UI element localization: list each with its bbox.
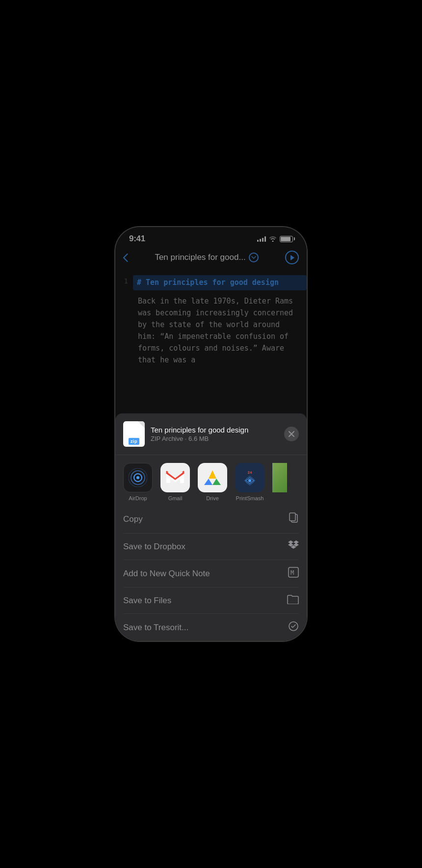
- file-preview-row: zip Ten principles for good design ZIP A…: [115, 413, 307, 455]
- svg-marker-8: [212, 479, 221, 485]
- partial-app-icon: [272, 463, 287, 492]
- svg-marker-9: [204, 479, 212, 485]
- action-add-quicknote[interactable]: Add to New Quick Note M: [123, 560, 299, 587]
- folder-icon: [287, 594, 299, 607]
- action-copy[interactable]: Copy: [123, 505, 299, 534]
- share-sheet: zip Ten principles for good design ZIP A…: [115, 413, 307, 641]
- gmail-label: Gmail: [168, 495, 183, 501]
- phone-frame: 9:41 Ten principles fo: [115, 227, 307, 641]
- app-item-printsmash[interactable]: 24 PrintSmash: [235, 463, 264, 501]
- app-item-gmail[interactable]: Gmail: [160, 463, 190, 501]
- gmail-icon: [160, 463, 190, 492]
- printsmash-label: PrintSmash: [236, 495, 264, 501]
- file-meta: ZIP Archive · 6.6 MB: [151, 435, 248, 442]
- app-item-partial: [272, 463, 287, 501]
- drive-label: Drive: [206, 495, 219, 501]
- svg-text:M: M: [290, 569, 294, 576]
- action-list: Copy Save to Dropbox: [115, 505, 307, 641]
- file-name: Ten principles for good design: [151, 426, 248, 434]
- airdrop-label: AirDrop: [129, 495, 147, 501]
- svg-point-3: [136, 476, 139, 479]
- airdrop-icon: [123, 463, 153, 492]
- action-save-tresorit-label: Save to Tresorit...: [123, 623, 188, 633]
- tresorit-icon: [288, 621, 299, 634]
- apps-row: AirDrop: [115, 455, 307, 505]
- svg-marker-10: [209, 470, 216, 479]
- action-save-dropbox-label: Save to Dropbox: [123, 542, 185, 552]
- svg-point-11: [248, 479, 251, 482]
- action-add-quicknote-label: Add to New Quick Note: [123, 569, 210, 579]
- file-text-info: Ten principles for good design ZIP Archi…: [151, 426, 248, 442]
- file-info: zip Ten principles for good design ZIP A…: [123, 421, 248, 447]
- drive-icon: [198, 463, 227, 492]
- dropbox-icon: [288, 540, 299, 553]
- action-save-files[interactable]: Save to Files: [123, 587, 299, 614]
- action-save-dropbox[interactable]: Save to Dropbox: [123, 534, 299, 560]
- note-icon: M: [288, 567, 299, 580]
- close-share-button[interactable]: [284, 427, 299, 441]
- zip-badge: zip: [129, 438, 139, 445]
- action-save-tresorit[interactable]: Save to Tresorit...: [123, 614, 299, 641]
- zip-file-icon: zip: [123, 421, 145, 447]
- printsmash-icon: 24: [235, 463, 264, 492]
- action-save-files-label: Save to Files: [123, 596, 171, 606]
- app-item-drive[interactable]: Drive: [198, 463, 227, 501]
- action-copy-label: Copy: [123, 514, 143, 524]
- copy-icon: [288, 512, 299, 526]
- app-item-airdrop[interactable]: AirDrop: [123, 463, 153, 501]
- share-sheet-overlay: zip Ten principles for good design ZIP A…: [115, 227, 307, 641]
- svg-rect-13: [290, 513, 295, 521]
